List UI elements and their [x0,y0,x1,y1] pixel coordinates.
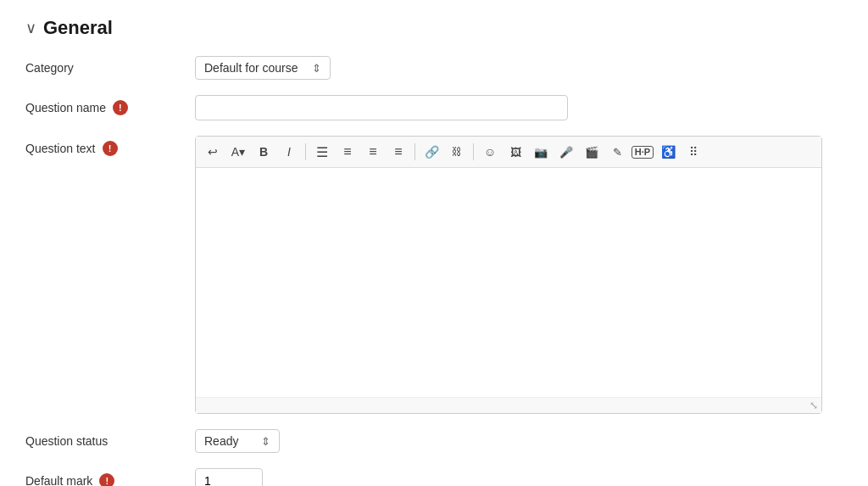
category-select-arrow: ⇕ [312,62,321,75]
default-mark-field [195,468,843,486]
toolbar-equation-btn[interactable]: ✎ [605,140,629,164]
category-field: Default for course Top Custom ⇕ [195,56,843,80]
toolbar-media-btn[interactable]: 📷 [529,140,553,164]
toolbar-ul-btn[interactable]: ☰ [310,140,334,164]
toolbar-accessibility-btn[interactable]: ♿ [656,140,680,164]
toolbar-unlink-btn[interactable]: ⛓ [445,140,469,164]
status-select-arrow: ⇕ [261,435,270,448]
category-row: Category Default for course Top Custom ⇕ [25,56,843,80]
toolbar-ol-btn[interactable]: ≡ [336,140,359,164]
question-name-label: Question name ! [25,95,195,115]
question-text-required-icon: ! [103,141,118,156]
question-text-field: ↩ A▾ B I ☰ ≡ ≡ ≡ 🔗 ⛓ [195,136,843,414]
question-name-field [195,95,843,120]
question-text-row: Question text ! ↩ A▾ B I ☰ ≡ ≡ ≡ [25,136,843,414]
toolbar-align-right-btn[interactable]: ≡ [387,140,410,164]
question-status-field: Ready Draft ⇕ [195,429,843,453]
default-mark-row: Default mark ! [25,468,843,486]
toolbar-sep-2 [415,143,415,160]
toolbar-font-btn[interactable]: A▾ [226,140,250,164]
section-header: ∨ General [25,17,843,39]
question-status-select-wrapper[interactable]: Ready Draft ⇕ [195,429,280,453]
category-select[interactable]: Default for course Top Custom [204,61,305,75]
toolbar-image-btn[interactable]: 🖼 [504,140,527,164]
category-select-wrapper[interactable]: Default for course Top Custom ⇕ [195,56,331,80]
question-name-required-icon: ! [113,100,128,115]
question-status-select[interactable]: Ready Draft [204,434,254,448]
section-title: General [43,17,113,39]
toolbar-sep-3 [473,143,474,160]
default-mark-input[interactable] [195,468,263,486]
question-name-row: Question name ! [25,95,843,120]
resize-icon: ⤡ [810,399,818,411]
toolbar-sep-1 [305,143,306,160]
question-text-label: Question text ! [25,136,195,156]
toolbar-emoji-btn[interactable]: ☺ [478,140,502,164]
question-name-input[interactable] [195,95,568,120]
toolbar-audio-btn[interactable]: 🎤 [554,140,578,164]
toolbar-undo-btn[interactable]: ↩ [201,140,225,164]
toolbar-video-btn[interactable]: 🎬 [580,140,604,164]
default-mark-required-icon: ! [99,473,114,486]
question-status-label: Question status [25,429,195,448]
section-chevron[interactable]: ∨ [25,19,36,37]
category-label: Category [25,56,195,75]
toolbar-more-btn[interactable]: ⠿ [682,140,705,164]
editor-content[interactable] [196,168,821,397]
hp-badge: H·P [632,146,654,159]
toolbar-bold-btn[interactable]: B [252,140,275,164]
toolbar-hp-btn[interactable]: H·P [631,140,654,164]
toolbar-link-btn[interactable]: 🔗 [420,140,443,164]
editor-toolbar: ↩ A▾ B I ☰ ≡ ≡ ≡ 🔗 ⛓ [196,137,821,168]
default-mark-label: Default mark ! [25,468,195,486]
rich-text-editor: ↩ A▾ B I ☰ ≡ ≡ ≡ 🔗 ⛓ [195,136,822,414]
toolbar-italic-btn[interactable]: I [277,140,301,164]
question-status-row: Question status Ready Draft ⇕ [25,429,843,453]
toolbar-align-left-btn[interactable]: ≡ [361,140,385,164]
editor-resize-handle: ⤡ [196,397,821,413]
